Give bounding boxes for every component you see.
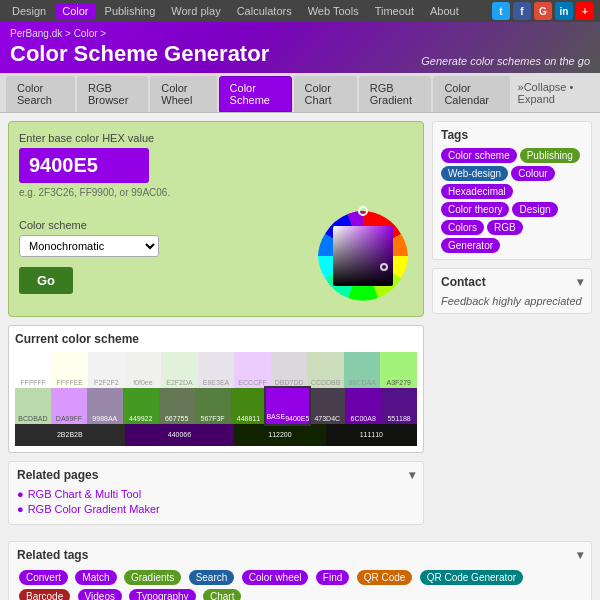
- nav-calculators[interactable]: Calculators: [231, 3, 298, 19]
- color-cell[interactable]: DBD7DD: [271, 352, 308, 388]
- color-cell[interactable]: 6C00A8: [345, 388, 381, 424]
- contact-header: Contact ▾: [441, 275, 583, 289]
- color-cell[interactable]: 112200: [234, 424, 325, 446]
- color-cell[interactable]: FFFFFF: [15, 352, 52, 388]
- color-cell[interactable]: DA99FF: [51, 388, 87, 424]
- color-cell[interactable]: E8E3EA: [198, 352, 235, 388]
- tag-hexadecimal[interactable]: Hexadecimal: [441, 184, 513, 199]
- tab-color-chart[interactable]: Color Chart: [294, 76, 357, 112]
- rtag-find[interactable]: Find: [316, 570, 349, 585]
- header-subtitle: Generate color schemes on the go: [421, 55, 590, 67]
- rtag-barcode[interactable]: Barcode: [19, 589, 70, 600]
- nav-color[interactable]: Color: [56, 3, 94, 19]
- twitter-icon[interactable]: t: [492, 2, 510, 20]
- color-cell[interactable]: A3F279: [380, 352, 417, 388]
- color-cell[interactable]: 9988AA: [87, 388, 123, 424]
- rtag-qrcodegenerator[interactable]: QR Code Generator: [420, 570, 524, 585]
- rtag-convert[interactable]: Convert: [19, 570, 68, 585]
- related-pages-chevron[interactable]: ▾: [409, 468, 415, 482]
- color-cell[interactable]: f0f0ee: [125, 352, 162, 388]
- related-link-rgb-gradient[interactable]: ● RGB Color Gradient Maker: [17, 503, 415, 515]
- bullet-icon: ●: [17, 488, 24, 500]
- picker-row: Color scheme Monochromatic Analogous Com…: [19, 206, 413, 306]
- related-pages-header: Related pages ▾: [17, 468, 415, 482]
- color-cell[interactable]: 667755: [159, 388, 195, 424]
- nav-webtools[interactable]: Web Tools: [302, 3, 365, 19]
- tab-rgb-browser[interactable]: RGB Browser: [77, 76, 148, 112]
- color-cell[interactable]: 111110: [326, 424, 417, 446]
- tab-rgb-gradient[interactable]: RGB Gradient: [359, 76, 432, 112]
- tag-generator[interactable]: Generator: [441, 238, 500, 253]
- related-tags-container: Convert Match Gradients Search Color whe…: [17, 568, 583, 600]
- right-panel: Tags Color scheme Publishing Web-design …: [432, 121, 592, 533]
- color-cell[interactable]: CCDDBB: [307, 352, 344, 388]
- rtag-match[interactable]: Match: [75, 570, 116, 585]
- nav-wordplay[interactable]: Word play: [165, 3, 226, 19]
- color-cell[interactable]: F2F2F2: [88, 352, 125, 388]
- tags-section: Tags Color scheme Publishing Web-design …: [432, 121, 592, 260]
- color-scheme-title: Current color scheme: [15, 332, 417, 346]
- tab-color-calendar[interactable]: Color Calendar: [433, 76, 509, 112]
- tag-color-theory[interactable]: Color theory: [441, 202, 509, 217]
- facebook-icon[interactable]: f: [513, 2, 531, 20]
- related-tags-chevron[interactable]: ▾: [577, 548, 583, 562]
- tag-colors[interactable]: Colors: [441, 220, 484, 235]
- go-button[interactable]: Go: [19, 267, 73, 294]
- rtag-videos[interactable]: Videos: [78, 589, 122, 600]
- nav-design[interactable]: Design: [6, 3, 52, 19]
- social-links: t f G in +: [492, 2, 594, 20]
- left-panel: Enter base color HEX value e.g. 2F3C26, …: [8, 121, 424, 533]
- rtag-gradients[interactable]: Gradients: [124, 570, 181, 585]
- related-link-rgb-chart[interactable]: ● RGB Chart & Multi Tool: [17, 488, 415, 500]
- nav-timeout[interactable]: Timeout: [369, 3, 420, 19]
- rtag-qrcode[interactable]: QR Code: [357, 570, 413, 585]
- color-cell[interactable]: 2B2B2B: [15, 424, 125, 446]
- related-tags-section: Related tags ▾ Convert Match Gradients S…: [8, 541, 592, 600]
- related-pages-section: Related pages ▾ ● RGB Chart & Multi Tool…: [8, 461, 424, 525]
- color-cell[interactable]: BCDBAD: [15, 388, 51, 424]
- color-cell[interactable]: 473D4C: [309, 388, 345, 424]
- tag-color-scheme[interactable]: Color scheme: [441, 148, 517, 163]
- color-wheel-svg: [313, 206, 413, 306]
- color-cell[interactable]: ECCCFF: [234, 352, 271, 388]
- related-tags-title: Related tags: [17, 548, 88, 562]
- tag-publishing[interactable]: Publishing: [520, 148, 580, 163]
- collapse-expand-button[interactable]: »Collapse • Expand: [512, 77, 594, 109]
- picker-left: Color scheme Monochromatic Analogous Com…: [19, 219, 303, 294]
- color-cell[interactable]: E2F2DA: [161, 352, 198, 388]
- hex-input[interactable]: [19, 148, 149, 183]
- color-row-bottom: 2B2B2B 440066 112200 111110: [15, 424, 417, 446]
- color-cell[interactable]: 88CDAA: [344, 352, 381, 388]
- related-pages-title: Related pages: [17, 468, 98, 482]
- rtag-colorwheel[interactable]: Color wheel: [242, 570, 309, 585]
- tag-design[interactable]: Design: [512, 202, 557, 217]
- color-cell[interactable]: 449922: [123, 388, 159, 424]
- color-cell[interactable]: 448811: [231, 388, 267, 424]
- scheme-select[interactable]: Monochromatic Analogous Complementary Sp…: [19, 235, 159, 257]
- rtag-search[interactable]: Search: [189, 570, 235, 585]
- nav-about[interactable]: About: [424, 3, 465, 19]
- header-left: PerBang.dk > Color > Color Scheme Genera…: [10, 28, 269, 67]
- base-color-cell[interactable]: BASE 9400E5: [266, 388, 309, 424]
- linkedin-icon[interactable]: in: [555, 2, 573, 20]
- rtag-chart[interactable]: Chart: [203, 589, 241, 600]
- tag-webdesign[interactable]: Web-design: [441, 166, 508, 181]
- color-cell[interactable]: FFFFEE: [52, 352, 89, 388]
- color-cell[interactable]: 440066: [125, 424, 235, 446]
- contact-chevron[interactable]: ▾: [577, 275, 583, 289]
- hex-input-label: Enter base color HEX value: [19, 132, 413, 144]
- rtag-typography[interactable]: Typography: [129, 589, 195, 600]
- color-scheme-section: Current color scheme FFFFFF FFFFEE F2F2F…: [8, 325, 424, 453]
- nav-publishing[interactable]: Publishing: [99, 3, 162, 19]
- tab-color-search[interactable]: Color Search: [6, 76, 75, 112]
- tab-color-scheme[interactable]: Color Scheme: [219, 76, 292, 112]
- color-cell[interactable]: 551188: [381, 388, 417, 424]
- tab-bar: Color Search RGB Browser Color Wheel Col…: [0, 73, 600, 113]
- color-wheel[interactable]: [313, 206, 413, 306]
- color-cell[interactable]: 567F3F: [195, 388, 231, 424]
- tab-color-wheel[interactable]: Color Wheel: [150, 76, 216, 112]
- youtube-icon[interactable]: +: [576, 2, 594, 20]
- googleplus-icon[interactable]: G: [534, 2, 552, 20]
- tag-colour[interactable]: Colour: [511, 166, 554, 181]
- tag-rgb[interactable]: RGB: [487, 220, 523, 235]
